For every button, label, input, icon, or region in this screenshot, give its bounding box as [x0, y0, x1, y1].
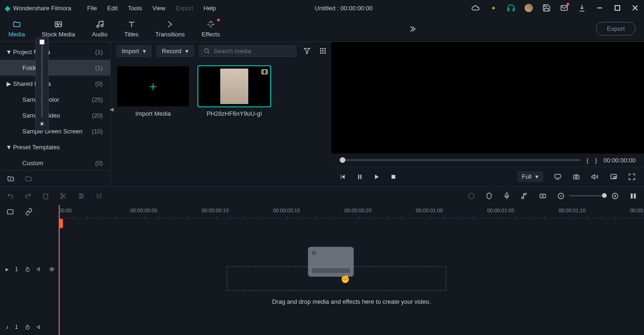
render-icon[interactable]: [468, 192, 475, 200]
pip-icon[interactable]: [609, 173, 618, 181]
timeline-tracks-area[interactable]: ✊ Drag and drop media and effects here t…: [59, 219, 644, 335]
play-icon[interactable]: [373, 174, 380, 180]
track-manage-icon[interactable]: [7, 208, 14, 216]
svg-point-6: [56, 23, 58, 25]
tree-item-count: (1): [95, 64, 105, 71]
menu-tools[interactable]: Tools: [128, 5, 142, 12]
menu-view[interactable]: View: [152, 5, 165, 12]
marker-icon[interactable]: [485, 192, 493, 200]
new-folder-icon[interactable]: [7, 175, 15, 182]
cloud-icon[interactable]: [471, 4, 480, 12]
zoom-slider[interactable]: [569, 195, 607, 196]
import-media-button[interactable]: ＋: [117, 66, 189, 106]
tab-transitions[interactable]: Transitions: [147, 17, 193, 41]
record-dropdown[interactable]: Record▾: [156, 45, 194, 57]
svg-rect-21: [262, 70, 267, 74]
brightness-track[interactable]: [41, 41, 43, 118]
track-mute-icon[interactable]: [37, 324, 42, 330]
prev-frame-icon[interactable]: [340, 174, 346, 180]
mark-out-icon[interactable]: }: [595, 157, 597, 164]
tab-titles[interactable]: Titles: [116, 17, 147, 41]
tree-item[interactable]: Custom(0): [0, 155, 110, 170]
sparkle-icon[interactable]: ✦: [489, 4, 497, 12]
tab-audio[interactable]: Audio: [84, 17, 116, 41]
zoom-knob[interactable]: [602, 193, 607, 198]
track-lock-icon[interactable]: [25, 266, 30, 272]
svg-rect-18: [320, 52, 322, 54]
scrubber-playhead[interactable]: [340, 157, 345, 163]
preview-scrubber[interactable]: [340, 159, 580, 161]
tab-media[interactable]: Media: [0, 17, 33, 41]
keyframe-icon[interactable]: [539, 192, 547, 200]
tab-effects[interactable]: Effects: [193, 17, 229, 41]
grid-view-icon[interactable]: [317, 45, 329, 56]
media-search-input[interactable]: [214, 48, 292, 55]
svg-rect-61: [7, 209, 13, 214]
chevron-down-icon: ▾: [143, 48, 146, 55]
timeline-drop-hint: Drag and drop media and effects here to …: [272, 298, 431, 305]
menu-edit[interactable]: Edit: [107, 5, 118, 12]
zoom-fit-icon[interactable]: [629, 192, 637, 200]
transitions-icon: [165, 20, 175, 29]
media-clip-thumb[interactable]: [198, 66, 270, 106]
support-icon[interactable]: [507, 4, 515, 12]
tree-item[interactable]: Folder(1): [0, 60, 110, 76]
chevron-down-icon: ▾: [185, 48, 189, 55]
tree-item-count: (0): [95, 160, 105, 167]
snapshot-icon[interactable]: [572, 173, 581, 181]
tree-item[interactable]: Sample Color(25): [0, 91, 110, 107]
tree-item[interactable]: ▶Shared Media(0): [0, 76, 110, 91]
timeline-playhead[interactable]: [59, 205, 60, 335]
export-button[interactable]: Export: [596, 22, 636, 35]
tree-item[interactable]: ▼Project Media(1): [0, 44, 110, 60]
folder-action-icon: [24, 175, 33, 182]
tab-label: Transitions: [155, 31, 185, 38]
user-avatar[interactable]: [525, 4, 533, 12]
svg-rect-27: [360, 174, 361, 179]
timeline-ruler[interactable]: 00:0000:00:00:0500:00:00:1000:00:00:1500…: [59, 205, 644, 219]
ruler-tick-label: 00:00:01:15: [630, 208, 644, 213]
track-visibility-icon[interactable]: [49, 266, 55, 272]
redo-icon: [24, 192, 32, 200]
tree-item[interactable]: Sample Green Screen(10): [0, 123, 110, 139]
link-icon[interactable]: [25, 208, 33, 216]
menu-help[interactable]: Help: [203, 5, 216, 12]
svg-marker-28: [375, 174, 379, 179]
preview-quality-dropdown[interactable]: Full▾: [517, 171, 543, 182]
voiceover-icon[interactable]: [503, 192, 511, 200]
window-maximize-icon[interactable]: [613, 4, 622, 12]
undo-icon: [7, 192, 14, 200]
brightness-knob[interactable]: [40, 40, 44, 44]
track-lock-icon[interactable]: [25, 324, 30, 330]
svg-point-50: [469, 193, 474, 199]
tree-item-count: (10): [92, 128, 105, 135]
brightness-slider-popup[interactable]: ☀: [35, 37, 49, 131]
tree-item[interactable]: ▼Preset Templates: [0, 139, 110, 155]
volume-icon[interactable]: [591, 173, 599, 181]
window-minimize-icon[interactable]: [595, 4, 604, 12]
stop-icon[interactable]: [390, 174, 397, 180]
tree-item[interactable]: Sample Video(20): [0, 107, 110, 123]
display-icon[interactable]: [553, 173, 562, 181]
tree-item-label: Custom: [22, 160, 95, 167]
save-icon[interactable]: [542, 4, 551, 12]
video-track-controls: ▸ 1: [0, 266, 60, 272]
audio-mixer-icon[interactable]: [521, 192, 528, 200]
zoom-in-icon[interactable]: [611, 192, 619, 200]
panel-collapse-icon[interactable]: ◀: [110, 106, 113, 112]
download-icon[interactable]: [578, 4, 586, 12]
filter-icon[interactable]: [301, 45, 313, 56]
mark-in-icon[interactable]: {: [587, 157, 588, 164]
more-tabs-icon[interactable]: [399, 25, 425, 33]
track-mute-icon[interactable]: [37, 266, 42, 272]
fullscreen-icon[interactable]: [628, 173, 636, 181]
import-dropdown[interactable]: Import▾: [116, 45, 152, 57]
pause-icon[interactable]: [357, 174, 363, 180]
window-close-icon[interactable]: [631, 4, 639, 12]
zoom-out-icon[interactable]: [557, 192, 565, 200]
menu-file[interactable]: File: [87, 5, 97, 12]
effects-icon: [206, 20, 216, 29]
svg-rect-16: [322, 50, 323, 52]
mail-icon[interactable]: [560, 4, 568, 12]
svg-rect-26: [358, 174, 359, 179]
